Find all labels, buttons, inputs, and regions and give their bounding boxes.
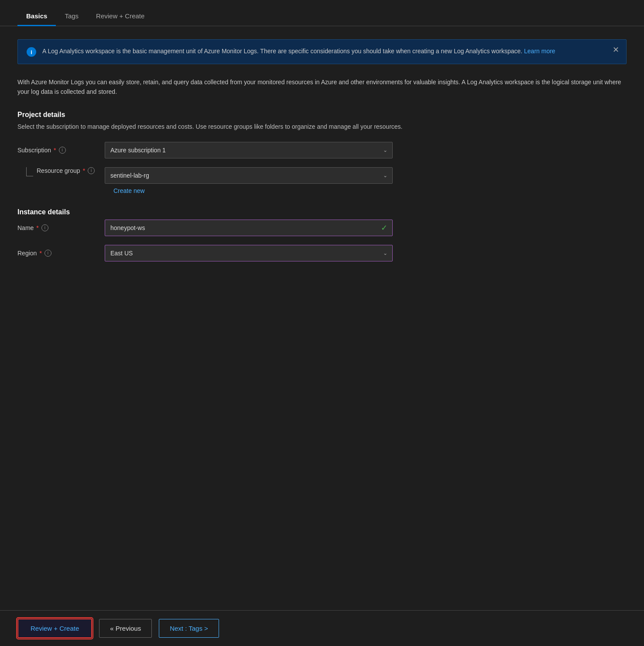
subscription-select[interactable]: Azure subscription 1 [105, 142, 393, 158]
subscription-required: * [54, 147, 56, 154]
name-label: Name * i [17, 224, 105, 231]
region-info-icon[interactable]: i [45, 250, 51, 257]
rg-select-wrapper: sentinel-lab-rg ⌄ [105, 167, 393, 184]
region-control: East US West US West US 2 East US 2 ⌄ [105, 245, 393, 261]
rg-label: Resource group * i [37, 167, 95, 174]
instance-details-section: Instance details Name * i ✓ Reg [17, 208, 627, 261]
rg-required: * [83, 167, 85, 174]
name-required: * [36, 224, 38, 231]
main-content: i A Log Analytics workspace is the basic… [0, 26, 644, 646]
banner-main-text: A Log Analytics workspace is the basic m… [42, 48, 522, 55]
rg-horizontal-line [26, 176, 33, 176]
resource-group-container: Resource group * i sentinel-lab-rg ⌄ [17, 167, 627, 184]
project-details-section: Project details Select the subscription … [17, 111, 627, 194]
rg-label-container: Resource group * i [17, 167, 105, 176]
rg-select[interactable]: sentinel-lab-rg [105, 167, 393, 184]
next-button[interactable]: Next : Tags > [159, 619, 219, 638]
name-row: Name * i ✓ [17, 220, 627, 236]
subscription-info-icon[interactable]: i [59, 147, 66, 154]
region-select-wrapper: East US West US West US 2 East US 2 ⌄ [105, 245, 393, 261]
tab-tags[interactable]: Tags [56, 6, 87, 26]
region-label: Region * i [17, 250, 105, 257]
banner-text: A Log Analytics workspace is the basic m… [42, 47, 617, 56]
name-input[interactable] [105, 220, 393, 236]
info-banner: i A Log Analytics workspace is the basic… [17, 39, 627, 64]
page-container: Basics Tags Review + Create i A Log Anal… [0, 0, 644, 646]
actions-bar: Review + Create « Previous Next : Tags > [0, 610, 644, 646]
region-select[interactable]: East US West US West US 2 East US 2 [105, 245, 393, 261]
subscription-select-wrapper: Azure subscription 1 ⌄ [105, 142, 393, 158]
name-info-icon[interactable]: i [41, 224, 48, 231]
subscription-row: Subscription * i Azure subscription 1 ⌄ [17, 142, 627, 158]
close-banner-button[interactable]: ✕ [613, 46, 619, 54]
tabs-bar: Basics Tags Review + Create [0, 0, 644, 26]
name-control: ✓ [105, 220, 393, 236]
subscription-control: Azure subscription 1 ⌄ [105, 142, 393, 158]
project-details-subtext: Select the subscription to manage deploy… [17, 122, 627, 131]
rg-connector [26, 167, 33, 176]
instance-details-heading: Instance details [17, 208, 627, 216]
tab-review-create[interactable]: Review + Create [87, 6, 153, 26]
create-new-link[interactable]: Create new [113, 187, 627, 194]
region-required: * [39, 250, 41, 257]
region-row: Region * i East US West US West US 2 Eas… [17, 245, 627, 261]
tab-basics[interactable]: Basics [17, 6, 56, 26]
subscription-label: Subscription * i [17, 147, 105, 154]
review-create-button[interactable]: Review + Create [17, 619, 92, 638]
previous-button[interactable]: « Previous [99, 619, 152, 638]
info-icon: i [27, 47, 36, 57]
rg-control: sentinel-lab-rg ⌄ [105, 167, 393, 184]
project-details-heading: Project details [17, 111, 627, 119]
rg-info-icon[interactable]: i [88, 167, 95, 174]
name-valid-icon: ✓ [381, 223, 387, 233]
learn-more-link[interactable]: Learn more [524, 48, 555, 55]
description-text: With Azure Monitor Logs you can easily s… [17, 77, 627, 97]
name-input-wrapper: ✓ [105, 220, 393, 236]
rg-vertical-line [26, 167, 27, 176]
